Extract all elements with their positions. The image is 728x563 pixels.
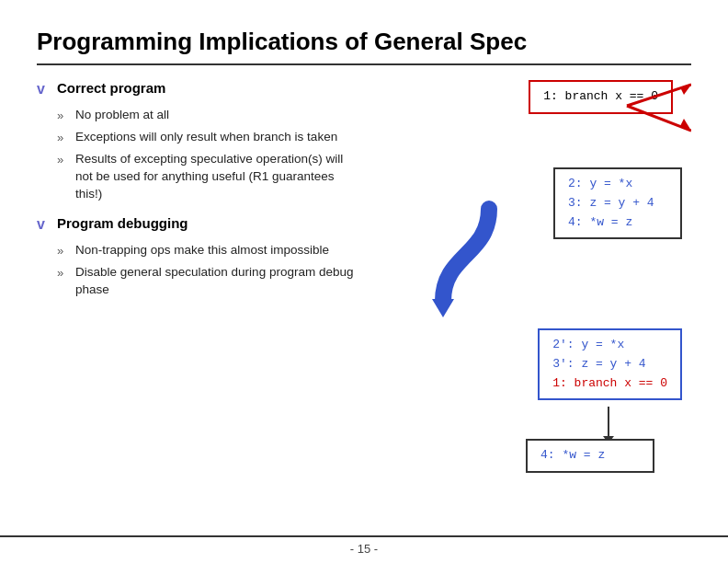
sub-item-3: » Results of excepting speculative opera… (57, 151, 360, 203)
box-branch: 1: branch x == 0 (529, 80, 673, 114)
svg-marker-5 (432, 299, 454, 317)
box-spec-line2: 3: z = y + 4 (568, 194, 667, 213)
program-debugging-label: Program debugging (57, 215, 188, 231)
right-diagram: 1: branch x == 0 2: y = *x 3: z = y + 4 … (379, 80, 691, 448)
bullet-program-debugging: v Program debugging (37, 215, 360, 233)
bottom-bar (0, 535, 728, 537)
box-reord-line3: 1: branch x == 0 (552, 374, 667, 394)
slide-title: Programming Implications of General Spec (37, 28, 691, 65)
sub-text-3: Results of excepting speculative operati… (75, 151, 360, 203)
correct-program-subitems: » No problem at all » Exceptions will on… (57, 107, 360, 202)
sub-text-5: Disable general speculation during progr… (75, 264, 360, 299)
bullet-marker-2: v (37, 216, 51, 233)
box-reord-line1: 2': y = *x (552, 336, 667, 355)
sub-text-4: Non-trapping ops make this almost imposs… (75, 242, 329, 259)
correct-program-label: Correct program (57, 80, 165, 96)
box-speculative: 2: y = *x 3: z = y + 4 4: *w = z (553, 167, 682, 239)
sub-item-2: » Exceptions will only result when branc… (57, 129, 360, 146)
box-speculative-content: 2: y = *x 3: z = y + 4 4: *w = z (553, 167, 682, 239)
sub-item-5: » Disable general speculation during pro… (57, 264, 360, 299)
debugging-subitems: » Non-trapping ops make this almost impo… (57, 242, 360, 299)
arrow-1: » (57, 109, 70, 122)
box-branch-content: 1: branch x == 0 (529, 80, 673, 114)
box-final: 4: *w = z (526, 439, 654, 473)
svg-marker-3 (680, 119, 691, 131)
bullet-correct-program: v Correct program (37, 80, 360, 98)
box-branch-text: 1: branch x == 0 (543, 89, 658, 103)
arrow-2: » (57, 131, 70, 144)
slide: Programming Implications of General Spec… (0, 0, 728, 563)
box-spec-line3: 4: *w = z (568, 213, 667, 233)
box-reordered-content: 2': y = *x 3': z = y + 4 1: branch x == … (538, 328, 682, 400)
svg-marker-2 (680, 85, 691, 95)
box-spec-line1: 2: y = *x (568, 175, 667, 194)
page-number: - 15 - (350, 542, 378, 556)
arrow-3: » (57, 153, 70, 167)
arrow-4: » (57, 244, 70, 258)
vertical-line-svg (599, 407, 618, 443)
left-column: v Correct program » No problem at all » … (37, 80, 360, 448)
sub-text-2: Exceptions will only result when branch … (75, 129, 337, 146)
box-reord-line2: 3': z = y + 4 (552, 355, 667, 374)
box-final-text: 4: *w = z (540, 448, 605, 462)
content-area: v Correct program » No problem at all » … (37, 80, 691, 448)
sub-text-1: No problem at all (75, 107, 169, 124)
box-reordered: 2': y = *x 3': z = y + 4 1: branch x == … (538, 328, 682, 400)
sub-item-4: » Non-trapping ops make this almost impo… (57, 242, 360, 259)
arrow-5: » (57, 266, 70, 280)
bullet-marker-1: v (37, 81, 51, 98)
blue-arrow-svg (415, 200, 517, 319)
box-final-content: 4: *w = z (526, 439, 654, 473)
sub-item-1: » No problem at all (57, 107, 360, 124)
